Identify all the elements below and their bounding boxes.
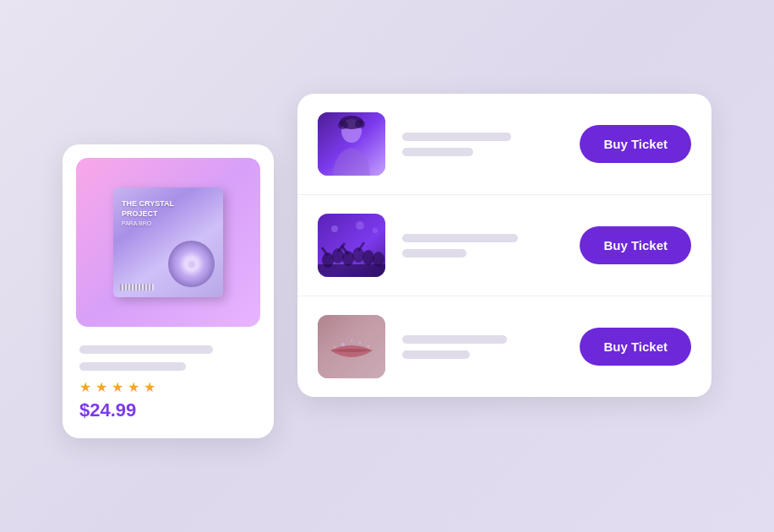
info-line-1-1 (402, 133, 511, 141)
music-card: THE CRYSTAL PROJECTPARA BRO ★ ★ ★ ★ ★ $2… (63, 144, 274, 438)
ticket-info-2 (402, 234, 563, 258)
lips-svg (318, 315, 385, 378)
svg-point-24 (351, 339, 353, 342)
album-image-wrapper: THE CRYSTAL PROJECTPARA BRO (76, 158, 260, 327)
svg-point-3 (338, 121, 348, 129)
svg-point-23 (359, 342, 362, 345)
svg-point-22 (341, 343, 345, 346)
star-rating: ★ ★ ★ ★ ★ (79, 379, 257, 393)
artist-svg-1 (318, 112, 385, 176)
svg-point-25 (334, 346, 335, 348)
info-line-2-2 (402, 249, 466, 258)
ticket-thumb-3 (318, 315, 385, 378)
svg-point-19 (373, 228, 378, 233)
info-line-3-2 (402, 350, 470, 359)
ticket-info-1 (402, 133, 563, 156)
star-1: ★ (79, 379, 93, 393)
ticket-row-2: Buy Ticket (297, 195, 711, 296)
crowd-svg (318, 214, 385, 277)
svg-point-26 (368, 345, 370, 348)
album-title-text: THE CRYSTAL PROJECTPARA BRO (122, 199, 177, 229)
ticket-thumb-1 (318, 112, 385, 176)
ticket-panel: Buy Ticket (297, 94, 711, 397)
ticket-info-3 (402, 335, 563, 359)
ticket-row-3: Buy Ticket (297, 296, 711, 397)
artist-thumbnail-1 (318, 112, 385, 176)
artist-name-text: PARA BRO (122, 220, 151, 226)
subtitle-placeholder-line (79, 362, 186, 371)
info-line-1-2 (402, 148, 473, 156)
ticket-thumb-2 (318, 214, 385, 277)
info-line-2-1 (402, 234, 518, 242)
buy-ticket-button-1[interactable]: Buy Ticket (580, 125, 691, 163)
info-line-3-1 (402, 335, 507, 344)
barcode (120, 284, 154, 290)
buy-ticket-button-3[interactable]: Buy Ticket (580, 328, 691, 366)
star-2: ★ (95, 379, 109, 393)
buy-ticket-button-2[interactable]: Buy Ticket (580, 226, 691, 264)
star-4: ★ (128, 379, 141, 393)
album-cover: THE CRYSTAL PROJECTPARA BRO (113, 187, 223, 297)
svg-rect-12 (318, 264, 385, 277)
ticket-row-1: Buy Ticket (297, 94, 711, 195)
svg-point-10 (362, 250, 374, 265)
main-container: THE CRYSTAL PROJECTPARA BRO ★ ★ ★ ★ ★ $2… (46, 77, 728, 455)
music-card-footer: ★ ★ ★ ★ ★ $24.99 (76, 340, 260, 425)
svg-point-18 (356, 221, 364, 230)
svg-point-17 (331, 225, 338, 232)
svg-point-4 (355, 120, 365, 128)
title-placeholder-line (79, 345, 213, 354)
star-3: ★ (112, 379, 125, 393)
star-5: ★ (144, 379, 157, 393)
price-label: $24.99 (79, 399, 257, 421)
